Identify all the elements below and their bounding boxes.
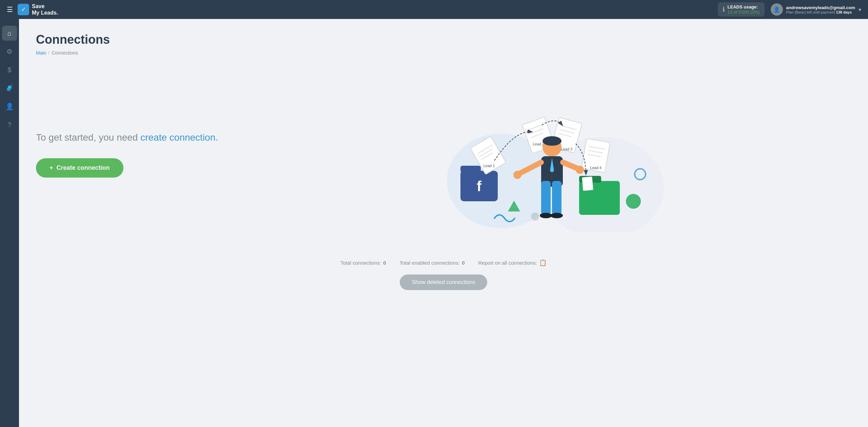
svg-point-43 <box>531 212 539 221</box>
avatar: 👤 <box>771 3 783 16</box>
user-plan: Plan |Basic| left until payment 138 days <box>786 10 855 14</box>
sidebar: ⌂ ⚙ $ 🧳 👤 ? <box>0 19 19 427</box>
svg-rect-3 <box>460 166 481 172</box>
stats-row: Total connections: 0 Total enabled conne… <box>340 259 547 266</box>
svg-point-34 <box>540 213 552 218</box>
hero-left: To get started, you need create connecti… <box>36 130 239 178</box>
sidebar-item-account[interactable]: 👤 <box>2 99 17 114</box>
sidebar-item-help[interactable]: ? <box>2 117 17 132</box>
logo-text: Save My Leads. <box>32 3 58 16</box>
report-stat: Report on all connections: 📋 <box>478 259 546 266</box>
svg-text:f: f <box>477 178 482 194</box>
svg-rect-7 <box>582 177 593 191</box>
total-connections-stat: Total connections: 0 <box>340 260 386 266</box>
breadcrumb: Main / Connections <box>36 50 851 56</box>
create-connection-button[interactable]: + Create connection <box>36 158 123 178</box>
show-deleted-button[interactable]: Show deleted connections <box>400 274 488 290</box>
svg-point-42 <box>635 169 646 180</box>
logo-check-icon: ✓ <box>21 6 26 13</box>
svg-point-35 <box>551 213 563 218</box>
svg-rect-32 <box>541 181 551 215</box>
breadcrumb-main-link[interactable]: Main <box>36 50 46 56</box>
svg-point-39 <box>576 166 584 174</box>
svg-text:Lead 3: Lead 3 <box>561 147 572 151</box>
illustration-svg: f Lead 1 Lead 2 <box>427 76 664 232</box>
main-content: Connections Main / Connections To get st… <box>19 19 868 427</box>
sidebar-item-connections[interactable]: ⚙ <box>2 44 17 59</box>
nav-right: ℹ LEADS usage: 13 of 5'000 (0%) 👤 andrew… <box>718 2 861 17</box>
user-info: andrewsavemyleads@gmail.com Plan |Basic|… <box>786 5 855 14</box>
plus-icon: + <box>50 164 53 171</box>
top-navigation: ☰ ✓ Save My Leads. ℹ LEADS usage: 13 of … <box>0 0 868 19</box>
svg-point-41 <box>626 194 641 209</box>
sidebar-item-home[interactable]: ⌂ <box>2 26 17 41</box>
chevron-down-icon: ▾ <box>859 6 861 13</box>
sidebar-item-billing[interactable]: $ <box>2 62 17 77</box>
hamburger-icon[interactable]: ☰ <box>7 5 13 14</box>
svg-text:Lead 2: Lead 2 <box>533 142 544 146</box>
bottom-stats: Total connections: 0 Total enabled conne… <box>36 259 851 290</box>
report-icon[interactable]: 📋 <box>539 259 547 266</box>
svg-point-38 <box>513 171 521 179</box>
svg-point-29 <box>542 136 561 146</box>
svg-text:Lead 4: Lead 4 <box>590 166 601 170</box>
create-connection-link[interactable]: create connection. <box>140 132 218 143</box>
logo-box: ✓ <box>18 4 29 15</box>
user-section[interactable]: 👤 andrewsavemyleads@gmail.com Plan |Basi… <box>771 3 861 16</box>
info-icon: ℹ <box>723 6 725 13</box>
sidebar-item-integrations[interactable]: 🧳 <box>2 81 17 96</box>
breadcrumb-current: Connections <box>52 50 78 56</box>
total-enabled-stat: Total enabled connections: 0 <box>400 260 465 266</box>
breadcrumb-separator: / <box>48 50 50 56</box>
svg-rect-33 <box>552 181 561 215</box>
leads-usage-widget[interactable]: ℹ LEADS usage: 13 of 5'000 (0%) <box>718 2 765 17</box>
hero-text: To get started, you need create connecti… <box>36 130 219 145</box>
hero-section: To get started, you need create connecti… <box>36 69 851 239</box>
hero-illustration: f Lead 1 Lead 2 <box>239 73 851 235</box>
nav-left: ☰ ✓ Save My Leads. <box>7 3 58 16</box>
logo: ✓ Save My Leads. <box>18 3 58 16</box>
svg-text:Lead 1: Lead 1 <box>484 164 495 168</box>
page-title: Connections <box>36 33 851 47</box>
leads-usage-text: LEADS usage: 13 of 5'000 (0%) <box>728 4 760 15</box>
